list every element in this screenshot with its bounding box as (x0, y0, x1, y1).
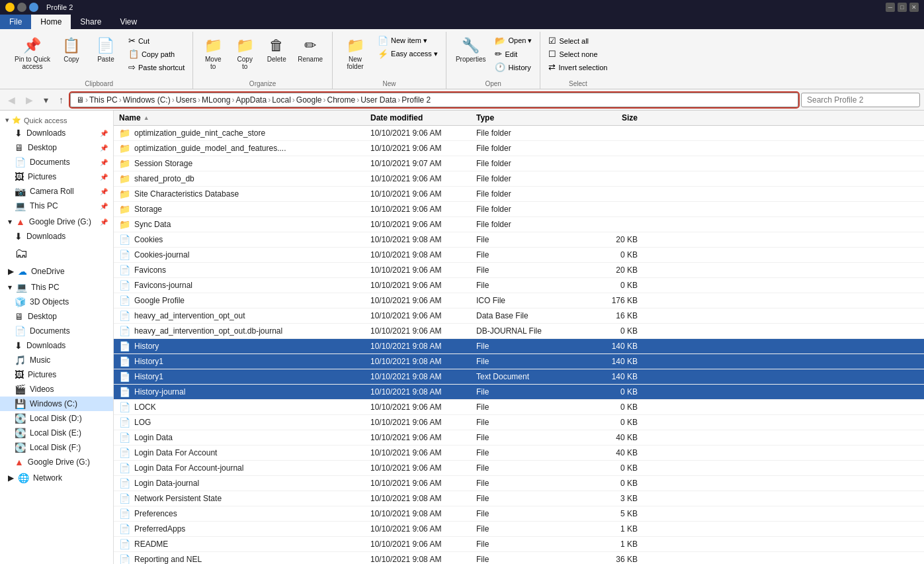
sidebar-item-camera-roll[interactable]: 📷 Camera Roll 📌 (0, 184, 113, 199)
invert-selection-button[interactable]: ⇄ Invert selection (546, 61, 610, 73)
table-row[interactable]: 📁 optimization_guide_nint_cache_store 10… (114, 126, 924, 141)
cut-button[interactable]: ✂ Cut (126, 34, 187, 47)
sidebar-item-videos[interactable]: 🎬 Videos (0, 382, 113, 397)
copy-path-button[interactable]: 📋 Copy path (126, 48, 187, 60)
delete-button[interactable]: 🗑 Delete (262, 34, 291, 66)
sidebar-item-local-d[interactable]: 💽 Local Disk (D:) (0, 411, 113, 426)
select-none-button[interactable]: ☐ Select none (546, 48, 610, 60)
path-segment-windows-c[interactable]: Windows (C:) (123, 95, 171, 105)
sidebar-item-music[interactable]: 🎵 Music (0, 353, 113, 367)
sidebar-item-desktop-qa[interactable]: 🖥 Desktop 📌 (0, 140, 113, 155)
new-item-button[interactable]: 📄 New item ▾ (375, 34, 441, 47)
sidebar-item-pictures[interactable]: 🖼 Pictures (0, 367, 113, 382)
tab-file[interactable]: File (0, 15, 31, 29)
path-segment-thispc[interactable]: This PC (89, 95, 118, 105)
sidebar-header-quick-access[interactable]: ▾ ⭐ Quick access (0, 113, 113, 126)
table-row[interactable]: 📄 README 10/10/2021 9:06 AM File 1 KB (114, 537, 924, 552)
copy-button[interactable]: 📋 Copy (57, 34, 86, 66)
back-button[interactable]: ◀ (4, 93, 19, 107)
path-segment-local[interactable]: Local (272, 95, 291, 105)
column-size[interactable]: Size (577, 111, 643, 125)
path-segment-chrome[interactable]: Chrome (327, 95, 356, 105)
table-row[interactable]: 📄 History1 10/10/2021 9:08 AM File 140 K… (114, 354, 924, 369)
forward-button[interactable]: ▶ (22, 93, 37, 107)
copy-to-button[interactable]: 📁 Copyto (230, 34, 259, 73)
table-row[interactable]: 📄 Login Data For Account-journal 10/10/2… (114, 461, 924, 476)
sidebar-item-folder-g1[interactable]: 🗂 (0, 244, 113, 263)
table-row[interactable]: 📄 Login Data-journal 10/10/2021 9:06 AM … (114, 476, 924, 491)
path-segment-mloong[interactable]: MLoong (202, 95, 230, 105)
open-button[interactable]: 📂 Open ▾ (492, 34, 534, 47)
path-segment-profile2[interactable]: Profile 2 (401, 95, 431, 105)
sidebar-item-google-drive-g[interactable]: ▲ Google Drive (G:) (0, 455, 113, 469)
table-row[interactable]: 📁 Session Storage 10/10/2021 9:07 AM Fil… (114, 156, 924, 171)
table-row[interactable]: 📄 Login Data For Account 10/10/2021 9:06… (114, 446, 924, 461)
table-row[interactable]: 📄 LOCK 10/10/2021 9:06 AM File 0 KB (114, 400, 924, 415)
sidebar-item-local-e[interactable]: 💽 Local Disk (E:) (0, 426, 113, 440)
table-row[interactable]: 📄 History-journal 10/10/2021 9:08 AM Fil… (114, 385, 924, 400)
pin-to-quick-access-button[interactable]: 📌 Pin to Quickaccess (11, 34, 54, 73)
properties-button[interactable]: 🔧 Properties (452, 34, 490, 66)
table-row[interactable]: 📄 Reporting and NEL 10/10/2021 9:08 AM F… (114, 552, 924, 564)
sidebar-item-downloads[interactable]: ⬇ Downloads (0, 338, 113, 353)
sidebar-item-documents-qa[interactable]: 📄 Documents 📌 (0, 155, 113, 169)
rename-button[interactable]: ✏ Rename (294, 34, 327, 66)
sidebar-item-this-pc[interactable]: ▾ 💻 This PC (0, 280, 113, 295)
tab-home[interactable]: Home (31, 15, 71, 29)
sidebar-item-network[interactable]: ▶ 🌐 Network (0, 471, 113, 485)
table-row[interactable]: 📁 optimization_guide_model_and_features.… (114, 141, 924, 156)
path-segment-google[interactable]: Google (296, 95, 322, 105)
sidebar-item-downloads-qa[interactable]: ⬇ Downloads 📌 (0, 126, 113, 140)
table-row[interactable]: 📄 History 10/10/2021 9:08 AM File 140 KB (114, 339, 924, 354)
tab-view[interactable]: View (110, 15, 146, 29)
new-folder-button[interactable]: 📁 Newfolder (338, 34, 372, 73)
up-button[interactable]: ↑ (55, 93, 67, 107)
table-row[interactable]: 📄 PreferredApps 10/10/2021 9:06 AM File … (114, 522, 924, 537)
column-name[interactable]: Name ▲ (114, 111, 365, 125)
sidebar-item-downloads-gd[interactable]: ⬇ Downloads (0, 229, 113, 244)
table-row[interactable]: 📄 Favicons 10/10/2021 9:06 AM File 20 KB (114, 263, 924, 278)
sidebar-item-windows-c[interactable]: 💾 Windows (C:) (0, 397, 113, 411)
sidebar-item-desktop[interactable]: 🖥 Desktop (0, 309, 113, 324)
minimize-button[interactable]: ─ (886, 3, 895, 12)
paste-shortcut-button[interactable]: ⇨ Paste shortcut (126, 61, 187, 73)
column-date-modified[interactable]: Date modified (365, 111, 471, 125)
table-row[interactable]: 📄 Google Profile 10/10/2021 9:06 AM ICO … (114, 293, 924, 308)
sidebar-item-this-pc-qa[interactable]: 💻 This PC 📌 (0, 199, 113, 213)
table-row[interactable]: 📄 heavy_ad_intervention_opt_out 10/10/20… (114, 308, 924, 324)
table-row[interactable]: 📁 Storage 10/10/2021 9:06 AM File folder (114, 202, 924, 217)
table-row[interactable]: 📁 Sync Data 10/10/2021 9:06 AM File fold… (114, 217, 924, 232)
tab-share[interactable]: Share (71, 15, 110, 29)
close-button[interactable]: ✕ (909, 3, 919, 12)
edit-button[interactable]: ✏ Edit (492, 48, 534, 60)
sidebar-item-google-drive[interactable]: ▾ ▲ Google Drive (G:) 📌 (0, 214, 113, 229)
maximize-button[interactable]: □ (898, 3, 907, 12)
search-input[interactable] (801, 93, 920, 107)
sidebar-item-documents[interactable]: 📄 Documents (0, 324, 113, 338)
address-path[interactable]: 🖥 › This PC › Windows (C:) › Users › MLo… (70, 93, 798, 107)
table-row[interactable]: 📄 Network Persistent State 10/10/2021 9:… (114, 491, 924, 506)
sidebar-item-onedrive[interactable]: ▶ ☁ OneDrive (0, 264, 113, 279)
sidebar-item-3d-objects[interactable]: 🧊 3D Objects (0, 295, 113, 309)
table-row[interactable]: 📄 Favicons-journal 10/10/2021 9:06 AM Fi… (114, 278, 924, 293)
recent-button[interactable]: ▾ (40, 93, 52, 107)
table-row[interactable]: 📄 Cookies-journal 10/10/2021 9:08 AM Fil… (114, 248, 924, 263)
history-button[interactable]: 🕐 History (492, 61, 534, 73)
path-segment-appdata[interactable]: AppData (235, 95, 267, 105)
path-segment-userdata[interactable]: User Data (360, 95, 396, 105)
path-segment-users[interactable]: Users (176, 95, 196, 105)
table-row[interactable]: 📁 shared_proto_db 10/10/2021 9:06 AM Fil… (114, 171, 924, 187)
easy-access-button[interactable]: ⚡ Easy access ▾ (375, 48, 441, 60)
table-row[interactable]: 📁 Site Characteristics Database 10/10/20… (114, 187, 924, 202)
select-all-button[interactable]: ☑ Select all (546, 34, 610, 47)
table-row[interactable]: 📄 Login Data 10/10/2021 9:06 AM File 40 … (114, 430, 924, 446)
table-row[interactable]: 📄 Preferences 10/10/2021 9:08 AM File 5 … (114, 506, 924, 522)
table-row[interactable]: 📄 LOG 10/10/2021 9:06 AM File 0 KB (114, 415, 924, 430)
table-row[interactable]: 📄 heavy_ad_intervention_opt_out.db-journ… (114, 324, 924, 339)
paste-button[interactable]: 📄 Paste (89, 34, 123, 66)
table-row[interactable]: 📄 Cookies 10/10/2021 9:08 AM File 20 KB (114, 232, 924, 248)
column-type[interactable]: Type (471, 111, 577, 125)
move-to-button[interactable]: 📁 Moveto (198, 34, 228, 73)
sidebar-item-local-f[interactable]: 💽 Local Disk (F:) (0, 440, 113, 455)
table-row[interactable]: 📄 History1 10/10/2021 9:08 AM Text Docum… (114, 369, 924, 385)
